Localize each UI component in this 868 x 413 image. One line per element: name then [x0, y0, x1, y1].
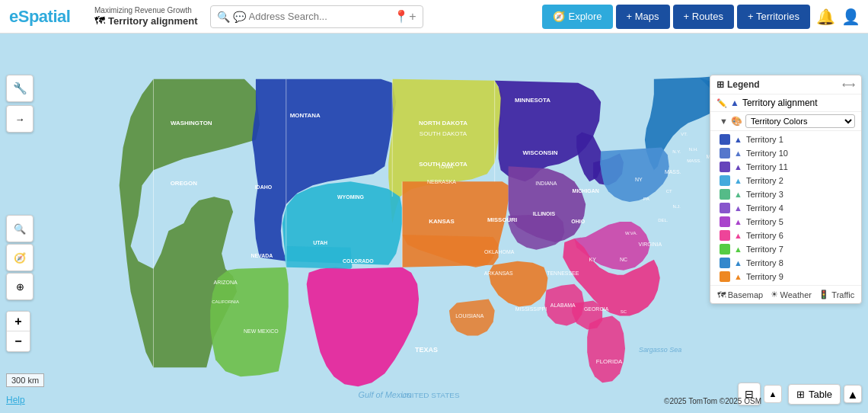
territory-color-triangle: ▲: [734, 135, 742, 144]
routes-label: + Routes: [684, 11, 723, 22]
svg-text:SOUTH DAKOTA: SOUTH DAKOTA: [420, 130, 468, 137]
svg-text:MASS.: MASS.: [687, 158, 701, 163]
legend-sublayer-row: ✏️ ▲ Territory alignment: [710, 94, 861, 112]
collapse-icon: ▼: [720, 117, 728, 126]
arrow-tool-button[interactable]: →: [6, 105, 34, 133]
zoom-in-button[interactable]: +: [7, 312, 30, 331]
territory-name: Territory 11: [746, 162, 788, 171]
territory-list: ▲ Territory 1 ▲ Territory 10 ▲ Territory…: [710, 131, 861, 285]
territory-color-swatch: [720, 230, 730, 241]
svg-text:N.H.: N.H.: [689, 147, 698, 152]
weather-button[interactable]: ☀ Weather: [771, 290, 812, 299]
map-title-area: Maximizing Revenue Growth 🗺 Territory al…: [91, 6, 198, 27]
legend-header-left: ⊞ Legend: [716, 79, 760, 90]
territory-color-triangle: ▲: [734, 258, 742, 267]
territory-color-swatch: [720, 189, 730, 200]
table-grid-icon: ⊞: [796, 389, 805, 400]
svg-text:IDAHO: IDAHO: [255, 184, 273, 190]
north-button[interactable]: ⊕: [6, 273, 34, 300]
routes-button[interactable]: + Routes: [673, 5, 734, 29]
basemap-icon: 🗺: [717, 290, 726, 299]
legend-title: Legend: [727, 79, 760, 90]
svg-text:DEL.: DEL.: [658, 218, 669, 223]
svg-text:MISSOURI: MISSOURI: [487, 216, 517, 223]
svg-text:NEVADA: NEVADA: [251, 253, 273, 258]
territory-color-swatch: [720, 148, 730, 158]
territories-button[interactable]: + Territories: [737, 5, 810, 29]
profile-button[interactable]: 👤: [841, 8, 860, 26]
traffic-button[interactable]: 🚦 Traffic: [819, 290, 854, 299]
svg-text:OHIO: OHIO: [571, 219, 585, 224]
territory-list-item: ▲ Territory 7: [710, 242, 861, 256]
compass-button[interactable]: 🧭: [6, 244, 34, 271]
table-button[interactable]: ⊞ Table: [788, 384, 841, 405]
sublayer-label: Territory alignment: [742, 98, 818, 108]
maps-button[interactable]: + Maps: [616, 5, 670, 29]
basemap-label: Basemap: [728, 290, 763, 299]
territory-color-swatch: [720, 175, 730, 186]
territory-color-triangle: ▲: [734, 272, 742, 281]
svg-text:N.J.: N.J.: [672, 204, 681, 209]
search-input[interactable]: [249, 11, 391, 22]
geolocate-button[interactable]: 🔍: [6, 215, 34, 242]
territory-color-swatch: [720, 216, 730, 227]
svg-text:MISSISSIPPI: MISSISSIPPI: [515, 306, 547, 312]
project-name: Maximizing Revenue Growth: [94, 6, 198, 14]
territory-color-triangle: ▲: [734, 162, 742, 171]
table-expand-button[interactable]: ▲: [764, 385, 782, 403]
svg-text:LOUISIANA: LOUISIANA: [455, 314, 484, 319]
svg-text:VT.: VT.: [681, 132, 688, 136]
legend-bottom: 🗺 Basemap ☀ Weather 🚦 Traffic: [710, 285, 861, 303]
svg-text:CT: CT: [666, 189, 672, 194]
wrench-icon: 🔧: [13, 82, 27, 95]
geo-controls: 🔍 🧭 ⊕: [6, 215, 34, 300]
search-bar[interactable]: 🔍 💬 📍+: [210, 5, 423, 28]
map-name: Territory alignment: [108, 15, 198, 27]
notifications-button[interactable]: 🔔: [816, 8, 835, 26]
legend-header: ⊞ Legend ⟷: [710, 75, 861, 94]
table-collapse-button[interactable]: ▲: [844, 385, 862, 403]
header-icons: 🔔 👤: [816, 8, 868, 26]
territory-color-swatch: [720, 134, 730, 145]
maps-label: + Maps: [627, 11, 659, 22]
logo: eSpatial: [9, 7, 70, 27]
help-label: Help: [6, 395, 25, 405]
svg-text:FLORIDA: FLORIDA: [596, 358, 623, 365]
basemap-button[interactable]: 🗺 Basemap: [717, 290, 763, 299]
territory-list-item: ▲ Territory 6: [710, 229, 861, 242]
territory-color-triangle: ▲: [734, 217, 742, 226]
copyright: ©2025 TomTom ©2025 OSM: [664, 397, 761, 405]
svg-text:MINNESOTA: MINNESOTA: [515, 97, 550, 104]
svg-text:ALABAMA: ALABAMA: [550, 303, 576, 308]
svg-text:ARKANSAS: ARKANSAS: [484, 271, 513, 276]
territory-name: Territory 6: [746, 231, 783, 240]
explore-button[interactable]: 🧭 Explore: [542, 5, 612, 29]
svg-text:OKLAHOMA: OKLAHOMA: [484, 249, 515, 255]
svg-text:TENNESSEE: TENNESSEE: [547, 271, 579, 276]
territory-name: Territory 9: [746, 272, 783, 281]
scale-label: 300 km: [11, 376, 39, 385]
territory-color-triangle: ▲: [734, 231, 742, 240]
territory-color-swatch: [720, 203, 730, 213]
svg-text:MICHIGAN: MICHIGAN: [573, 188, 599, 194]
svg-text:N.Y.: N.Y.: [672, 149, 681, 154]
help-link[interactable]: Help: [6, 395, 25, 405]
territory-color-triangle: ▲: [734, 190, 742, 199]
add-location-button[interactable]: 📍+: [394, 9, 416, 24]
svg-text:UTAH: UTAH: [313, 240, 327, 245]
header: eSpatial Maximizing Revenue Growth 🗺 Ter…: [0, 0, 868, 34]
territory-name: Territory 2: [746, 176, 783, 185]
search-icon: 🔍: [217, 11, 230, 23]
territory-color-swatch: [720, 244, 730, 255]
territory-colors-row: ▼ 🎨 Territory Colors: [710, 112, 861, 131]
svg-text:NEBRASKA: NEBRASKA: [427, 179, 456, 184]
svg-text:WYOMING: WYOMING: [337, 194, 364, 200]
left-toolbar: 🔧 →: [6, 75, 34, 133]
territory-name: Territory 7: [746, 245, 783, 254]
territory-colors-select[interactable]: Territory Colors: [745, 114, 855, 128]
legend-expand-button[interactable]: ⟷: [842, 79, 855, 90]
map-container[interactable]: Gulf of Mexico Sargasso Sea: [0, 34, 868, 413]
territory-name: Territory 10: [746, 149, 788, 158]
settings-tool-button[interactable]: 🔧: [6, 75, 34, 102]
zoom-out-button[interactable]: −: [7, 331, 30, 351]
